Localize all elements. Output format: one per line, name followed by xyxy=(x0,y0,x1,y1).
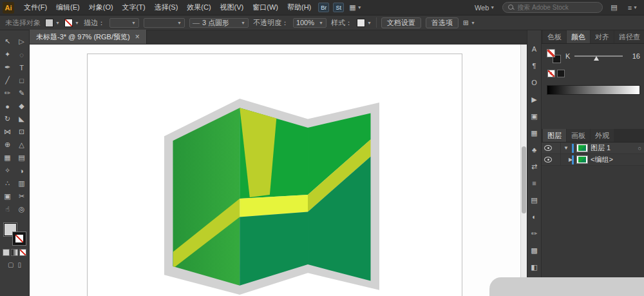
width-tool[interactable]: ⋈ xyxy=(1,126,14,138)
menu-effect[interactable]: 效果(C) xyxy=(182,0,215,15)
black-swatch[interactable] xyxy=(557,70,565,77)
blend-tool[interactable]: ◑ xyxy=(15,164,28,177)
stroke-color-dropdown[interactable]: ▼ xyxy=(64,19,79,27)
tab-pathfinder[interactable]: 路径查 xyxy=(614,30,644,43)
layer-name[interactable]: 图层 1 xyxy=(591,143,611,153)
document-setup-button[interactable]: 文档设置 xyxy=(381,17,421,28)
column-graph-tool[interactable]: ▥ xyxy=(15,177,28,190)
artboard-tool[interactable]: ▣ xyxy=(1,190,14,202)
gradient-tool[interactable]: ▤ xyxy=(15,152,28,164)
symbol-sprayer-tool[interactable]: ∴ xyxy=(1,177,14,190)
menu-object[interactable]: 对象(O) xyxy=(84,0,118,15)
shape-builder-tool[interactable]: ⊕ xyxy=(1,139,14,151)
paragraph-panel-icon[interactable]: ¶ xyxy=(529,61,540,70)
canvas[interactable] xyxy=(30,44,527,296)
lasso-tool[interactable]: ◌ xyxy=(15,48,28,61)
transparency-panel-icon[interactable]: ◐ xyxy=(529,212,540,221)
draw-normal-icon[interactable]: ▢ xyxy=(8,261,14,268)
scale-tool[interactable]: ◣ xyxy=(15,113,28,125)
k-slider[interactable] xyxy=(574,52,623,60)
scrollbar-thumb[interactable] xyxy=(522,146,526,213)
eraser-tool[interactable]: ◆ xyxy=(15,100,28,112)
menu-type[interactable]: 文字(T) xyxy=(118,0,150,15)
brushes-panel-icon[interactable]: ✏ xyxy=(529,229,540,238)
close-tab-icon[interactable]: × xyxy=(135,32,140,41)
menu-help[interactable]: 帮助(H) xyxy=(283,0,316,15)
more-options-button[interactable]: ⊞▼ xyxy=(463,19,475,27)
menu-view[interactable]: 视图(V) xyxy=(216,0,249,15)
search-input[interactable] xyxy=(517,4,588,11)
gradient-panel-icon[interactable]: ▤ xyxy=(529,195,540,204)
stock-badge[interactable]: St xyxy=(333,3,344,12)
pencil-tool[interactable]: ✎ xyxy=(15,87,28,99)
color-guide-panel-icon[interactable]: ◧ xyxy=(529,262,540,271)
screen-mode-icon[interactable]: ▯ xyxy=(17,261,21,268)
pen-tool[interactable]: ✒ xyxy=(1,61,14,74)
perspective-grid-tool[interactable]: △ xyxy=(15,139,28,151)
layer-thumbnail[interactable] xyxy=(576,144,588,152)
none-button[interactable] xyxy=(19,249,26,256)
layout-switch-icon[interactable]: ▦▼ xyxy=(346,3,364,12)
character-panel-icon[interactable]: A xyxy=(529,44,540,54)
document-tab[interactable]: 未标题-3* @ 97% (RGB/预览) × xyxy=(30,30,147,44)
stroke-color-swatch[interactable] xyxy=(13,232,26,245)
swatches-panel-icon[interactable]: ▩ xyxy=(529,246,540,255)
layer-row[interactable]: ▼ 图层 1 ○ xyxy=(542,143,644,154)
opacity-dropdown[interactable]: 100%▼ xyxy=(293,18,327,28)
menu-select[interactable]: 选择(S) xyxy=(150,0,183,15)
gradient-button[interactable] xyxy=(11,249,18,256)
layer-row[interactable]: ▶ <编组> xyxy=(542,154,644,166)
opentype-panel-icon[interactable]: O xyxy=(529,78,540,87)
pathfinder-panel-icon[interactable]: ▦ xyxy=(529,128,540,137)
eyedropper-tool[interactable]: ✧ xyxy=(1,164,14,177)
brush-definition-dropdown[interactable]: —3 点圆形▼ xyxy=(189,18,249,28)
tab-appearance[interactable]: 外观 xyxy=(591,129,614,142)
preferences-button[interactable]: 首选项 xyxy=(426,17,459,28)
free-transform-tool[interactable]: ⊡ xyxy=(15,126,28,138)
variable-width-dropdown[interactable]: ▼ xyxy=(144,18,185,28)
layer-thumbnail[interactable] xyxy=(576,155,588,164)
stroke-weight-dropdown[interactable]: ▼ xyxy=(109,18,139,28)
zoom-tool[interactable]: ◎ xyxy=(15,203,28,215)
line-segment-tool[interactable]: ╱ xyxy=(1,74,14,86)
grayscale-ramp[interactable] xyxy=(547,85,640,95)
arrange-documents-icon[interactable]: ▤ xyxy=(608,3,620,12)
hand-tool[interactable]: ☝ xyxy=(1,203,14,215)
mesh-tool[interactable]: ▦ xyxy=(1,152,14,164)
tab-align[interactable]: 对齐 xyxy=(591,30,614,43)
slice-tool[interactable]: ✂ xyxy=(15,190,28,202)
type-tool[interactable]: T xyxy=(15,61,28,74)
selection-tool[interactable]: ↖ xyxy=(1,35,14,48)
align-panel-icon[interactable]: ≡ xyxy=(529,179,540,188)
chevron-right-icon[interactable]: ▶ xyxy=(564,157,569,163)
color-fill-stroke-proxy[interactable] xyxy=(547,49,561,63)
magic-wand-tool[interactable]: ✦ xyxy=(1,48,14,61)
fill-color-dropdown[interactable]: ▼ xyxy=(45,19,60,27)
tab-color[interactable]: 颜色 xyxy=(567,30,590,43)
menu-window[interactable]: 窗口(W) xyxy=(248,0,283,15)
rotate-tool[interactable]: ↻ xyxy=(1,113,14,125)
direct-selection-tool[interactable]: ▷ xyxy=(15,35,28,48)
symbols-panel-icon[interactable]: ♣ xyxy=(529,145,540,154)
rectangle-tool[interactable]: □ xyxy=(15,74,28,86)
visibility-eye-icon[interactable] xyxy=(544,157,552,163)
target-circle-icon[interactable]: ○ xyxy=(638,145,641,152)
k-slider-thumb[interactable] xyxy=(594,56,599,61)
menu-edit[interactable]: 编辑(E) xyxy=(52,0,84,15)
blob-brush-tool[interactable]: ● xyxy=(1,100,14,112)
none-swatch[interactable] xyxy=(547,70,555,77)
menu-file[interactable]: 文件(F) xyxy=(19,0,52,15)
map-artwork[interactable] xyxy=(164,99,379,296)
paintbrush-tool[interactable]: ✏ xyxy=(1,87,14,99)
chevron-down-icon[interactable]: ▼ xyxy=(564,145,569,151)
app-logo[interactable]: Ai xyxy=(3,2,14,14)
visibility-eye-icon[interactable] xyxy=(544,145,552,151)
tab-artboards[interactable]: 画板 xyxy=(567,129,590,142)
style-dropdown[interactable]: ▼ xyxy=(357,19,372,27)
bridge-badge[interactable]: Br xyxy=(318,3,329,12)
tab-swatches[interactable]: 色板 xyxy=(543,30,566,43)
app-menu-icon[interactable]: ≡▼ xyxy=(625,4,640,12)
appearance-panel-icon[interactable]: ▶ xyxy=(529,95,540,104)
workspace-switcher[interactable]: Web▼ xyxy=(472,4,497,12)
group-name[interactable]: <编组> xyxy=(591,155,613,164)
